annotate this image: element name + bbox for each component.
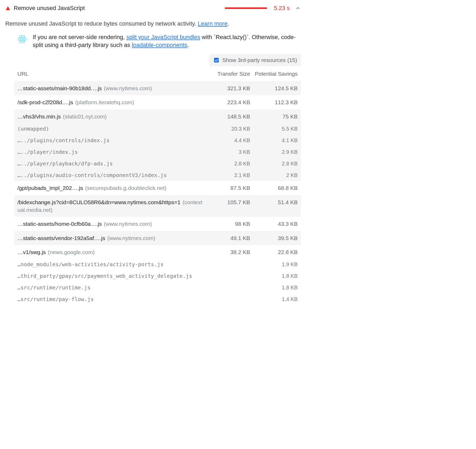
- table-row[interactable]: /bidexchange.js?cid=8CULO58R6&dn=www.nyt…: [14, 195, 301, 217]
- row-origin: (news.google.com): [48, 249, 94, 255]
- row-url: …static-assets/home-0cfb60a….js(www.nyti…: [17, 220, 203, 228]
- row-origin: (securepubads.g.doubleclick.net): [85, 185, 166, 191]
- sub-row: …../player/index.js3 KB2.9 KB: [14, 146, 301, 158]
- table-header: URL Transfer Size Potential Savings: [14, 67, 301, 81]
- sub-row: …src/runtime/runtime.js1.8 KB: [14, 282, 301, 293]
- react-icon: [17, 34, 27, 44]
- table-row[interactable]: /gpt/pubads_impl_202….js(securepubads.g.…: [14, 181, 301, 195]
- sub-path: …src/runtime/pay-flow.js: [17, 295, 203, 303]
- thirdparty-label: Show 3rd-party resources (15): [222, 56, 297, 64]
- split-bundles-link[interactable]: split your JavaScript bundles: [126, 34, 200, 40]
- sub-path: …../player/playback/dfp-ads.js: [17, 160, 203, 167]
- row-origin: (www.nytimes.com): [104, 85, 152, 91]
- stack-pack-text: If you are not server-side rendering, sp…: [33, 33, 301, 50]
- table-row[interactable]: …static-assets/main-90b18dd….js(www.nyti…: [14, 81, 301, 95]
- row-potential-savings: 68.8 KB: [250, 184, 298, 192]
- row-url: …v1/swg.js(news.google.com): [17, 248, 203, 256]
- sub-potential-savings: 2.9 KB: [250, 148, 298, 156]
- row-transfer-size: 105.7 KB: [203, 198, 250, 214]
- sub-potential-savings: 1.8 KB: [250, 272, 298, 280]
- row-url: /bidexchange.js?cid=8CULO58R6&dn=www.nyt…: [17, 198, 203, 214]
- row-transfer-size: 223.4 KB: [203, 98, 250, 106]
- sub-path: …node_modules/web-activities/activity-po…: [17, 261, 203, 268]
- row-transfer-size: 49.1 KB: [203, 234, 250, 242]
- row-url: …static-assets/main-90b18dd….js(www.nyti…: [17, 84, 203, 92]
- thirdparty-checkbox[interactable]: [214, 58, 219, 63]
- sub-potential-savings: 1.8 KB: [250, 284, 298, 291]
- sub-path: …third_party/gpay/src/payments_web_activ…: [17, 272, 203, 280]
- sub-transfer-size: [203, 272, 250, 280]
- sub-potential-savings: 5.5 KB: [250, 125, 298, 132]
- row-transfer-size: 38.2 KB: [203, 248, 250, 256]
- row-origin: (platform.iteratehq.com): [75, 99, 134, 105]
- sub-row: (unmapped)20.3 KB5.5 KB: [14, 123, 301, 135]
- row-url: /sdk-prod-c2f208d….js(platform.iteratehq…: [17, 98, 203, 106]
- warning-triangle-icon: [5, 6, 11, 11]
- row-potential-savings: 22.8 KB: [250, 248, 298, 256]
- col-savings: Potential Savings: [250, 70, 298, 78]
- table-row[interactable]: …v1/swg.js(news.google.com)38.2 KB22.8 K…: [14, 245, 301, 259]
- stack-pack: If you are not server-side rendering, sp…: [5, 33, 301, 54]
- audit-description: Remove unused JavaScript to reduce bytes…: [5, 20, 301, 28]
- table-row[interactable]: …static-assets/home-0cfb60a….js(www.nyti…: [14, 217, 301, 231]
- sub-row: …third_party/gpay/src/payments_web_activ…: [14, 270, 301, 282]
- sub-potential-savings: 1.9 KB: [250, 261, 298, 268]
- row-origin: (static01.nyt.com): [63, 113, 107, 120]
- row-origin: (www.nytimes.com): [104, 221, 152, 227]
- row-url: …vhs3/vhs.min.js(static01.nyt.com): [17, 113, 203, 120]
- row-transfer-size: 87.5 KB: [203, 184, 250, 192]
- row-potential-savings: 51.4 KB: [250, 198, 298, 214]
- sub-transfer-size: 3 KB: [203, 148, 250, 156]
- sub-potential-savings: 4.1 KB: [250, 137, 298, 144]
- timing-bar: [225, 7, 267, 9]
- sub-potential-savings: 2.8 KB: [250, 160, 298, 167]
- sub-path: (unmapped): [17, 125, 203, 132]
- table-row[interactable]: …static-assets/vendor-192a5af….js(www.ny…: [14, 231, 301, 245]
- sub-path: …../player/index.js: [17, 148, 203, 156]
- table-row[interactable]: …vhs3/vhs.min.js(static01.nyt.com)148.5 …: [14, 109, 301, 123]
- loadable-components-link[interactable]: loadable-components: [132, 42, 187, 48]
- sub-row: …../plugins/controls/index.js4.4 KB4.1 K…: [14, 135, 301, 146]
- sub-transfer-size: 2.1 KB: [203, 171, 250, 179]
- audit-header[interactable]: Remove unused JavaScript 5.23 s: [5, 4, 301, 13]
- row-origin: (www.nytimes.com): [107, 235, 155, 241]
- sub-transfer-size: [203, 295, 250, 303]
- learn-more-link[interactable]: Learn more: [198, 20, 228, 27]
- row-potential-savings: 112.3 KB: [250, 98, 298, 106]
- row-transfer-size: 98 KB: [203, 220, 250, 228]
- row-potential-savings: 39.5 KB: [250, 234, 298, 242]
- row-transfer-size: 321.3 KB: [203, 84, 250, 92]
- sub-transfer-size: 20.3 KB: [203, 125, 250, 132]
- sub-potential-savings: 1.4 KB: [250, 295, 298, 303]
- chevron-up-icon[interactable]: [295, 5, 301, 11]
- sub-row: …../plugins/audio-controls/componentV2/i…: [14, 169, 301, 181]
- row-potential-savings: 75 KB: [250, 113, 298, 120]
- sub-potential-savings: 2 KB: [250, 171, 298, 179]
- row-potential-savings: 124.5 KB: [250, 84, 298, 92]
- row-url: …static-assets/vendor-192a5af….js(www.ny…: [17, 234, 203, 242]
- sub-path: …../plugins/audio-controls/componentV2/i…: [17, 171, 203, 179]
- col-url: URL: [17, 70, 203, 78]
- thirdparty-toggle[interactable]: Show 3rd-party resources (15): [209, 54, 301, 66]
- sub-path: …../plugins/controls/index.js: [17, 137, 203, 144]
- sub-row: …src/runtime/pay-flow.js1.4 KB: [14, 293, 301, 305]
- sub-transfer-size: 2.8 KB: [203, 160, 250, 167]
- row-potential-savings: 43.3 KB: [250, 220, 298, 228]
- sub-row: …../player/playback/dfp-ads.js2.8 KB2.8 …: [14, 158, 301, 169]
- sub-row: …node_modules/web-activities/activity-po…: [14, 259, 301, 270]
- sub-transfer-size: [203, 261, 250, 268]
- svg-point-0: [21, 38, 23, 40]
- sub-path: …src/runtime/runtime.js: [17, 284, 203, 291]
- row-url: /gpt/pubads_impl_202….js(securepubads.g.…: [17, 184, 203, 192]
- sub-transfer-size: [203, 284, 250, 291]
- resources-table: URL Transfer Size Potential Savings …sta…: [5, 67, 301, 305]
- sub-transfer-size: 4.4 KB: [203, 137, 250, 144]
- row-transfer-size: 148.5 KB: [203, 113, 250, 120]
- col-transfer: Transfer Size: [203, 70, 250, 78]
- audit-timing: 5.23 s: [274, 4, 290, 12]
- audit-title: Remove unused JavaScript: [14, 4, 85, 12]
- table-row[interactable]: /sdk-prod-c2f208d….js(platform.iteratehq…: [14, 95, 301, 109]
